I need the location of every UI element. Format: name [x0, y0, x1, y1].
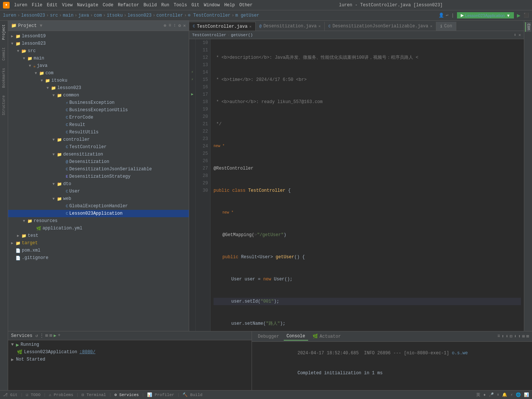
- tree-businessexception[interactable]: ⚡ BusinessException: [8, 99, 189, 106]
- tree-result[interactable]: C Result: [8, 121, 189, 129]
- bc-testcontroller[interactable]: ⊙ TestController: [188, 13, 231, 18]
- editor-close-icon[interactable]: ✕: [518, 33, 521, 37]
- sort-icon[interactable]: ↕: [173, 23, 176, 28]
- tree-resultutils[interactable]: C ResultUtils: [8, 129, 189, 136]
- tree-desjsonserial[interactable]: C DesensitizationJsonSerializable: [8, 166, 189, 173]
- close-testcontroller-tab[interactable]: ✕: [249, 24, 252, 29]
- bc-com[interactable]: com: [94, 13, 102, 18]
- bc-src[interactable]: src: [50, 13, 58, 18]
- tree-src[interactable]: ▼ 📂 src: [8, 47, 189, 55]
- menu-window[interactable]: Window: [204, 3, 220, 8]
- menu-help[interactable]: Help: [224, 3, 235, 8]
- tree-user[interactable]: C User: [8, 188, 189, 195]
- tree-errorcode[interactable]: C ErrorCode: [8, 114, 189, 121]
- tree-com[interactable]: ▼ 📁 com: [8, 69, 189, 77]
- tree-java[interactable]: ▼ ☕ java: [8, 62, 189, 69]
- tree-gitignore[interactable]: 📄 .gitignore: [8, 254, 189, 262]
- svc-app-port[interactable]: :8080/: [79, 349, 95, 355]
- sidebar-item-project[interactable]: Project: [1, 22, 7, 42]
- status-profiler[interactable]: 📊 Profiler: [147, 392, 174, 397]
- console-icon6[interactable]: ⬆: [518, 334, 521, 339]
- tree-businessexceptionutils[interactable]: C BusinessExceptionUtils: [8, 106, 189, 114]
- console-icon4[interactable]: ⊡: [510, 334, 512, 339]
- bc-getuser[interactable]: m getUser: [235, 13, 259, 18]
- console-icon8[interactable]: ⊠: [526, 334, 529, 339]
- status-lang[interactable]: 英: [476, 392, 480, 398]
- svc-notstarted-group[interactable]: ▶ Not Started: [8, 356, 252, 363]
- status-globe[interactable]: 🌐: [516, 392, 521, 397]
- menu-luren[interactable]: luren: [14, 3, 27, 8]
- svc-add-icon[interactable]: +: [58, 333, 61, 338]
- tree-main[interactable]: ▼ 📁 main: [8, 55, 189, 62]
- right-sidebar-con-tab[interactable]: Con: [525, 22, 531, 32]
- menu-tools[interactable]: Tools: [174, 3, 187, 8]
- tree-globalexception[interactable]: C GlobalExceptionHandler: [8, 202, 189, 210]
- tree-appyml[interactable]: 🌿 application.yml: [8, 225, 189, 232]
- menu-bar[interactable]: luren File Edit View Navigate Code Refac…: [14, 3, 253, 8]
- console-icon1[interactable]: ≡: [497, 334, 500, 339]
- status-git[interactable]: ⎇ Git: [3, 392, 17, 397]
- status-terminal[interactable]: ⊡ Terminal: [82, 392, 106, 397]
- run-button[interactable]: ▶: [517, 12, 521, 19]
- sidebar-item-bookmarks[interactable]: Bookmarks: [1, 66, 7, 90]
- svc-lesson023app[interactable]: 🌿 Lesson023Application :8080/: [8, 348, 252, 356]
- tree-desstrategy[interactable]: E DesensitizationStrategy: [8, 173, 189, 180]
- tree-common[interactable]: ▼ 📁 common: [8, 92, 189, 99]
- menu-run[interactable]: Run: [161, 3, 170, 8]
- gutter-bolt-14[interactable]: ⚡: [189, 69, 195, 76]
- status-chart[interactable]: 📊: [524, 392, 529, 397]
- gutter-run-17[interactable]: ▶: [189, 91, 195, 98]
- ebc-testcontroller[interactable]: TestController: [192, 33, 226, 37]
- close-desensitization-tab[interactable]: ✕: [318, 24, 321, 28]
- status-todo[interactable]: ☑ TODO: [26, 392, 41, 397]
- tab-con[interactable]: i Con: [436, 22, 456, 31]
- status-icon1[interactable]: ♦: [483, 393, 486, 397]
- tree-lesson019[interactable]: ▶ 📁 lesson019: [8, 33, 189, 40]
- tree-lesson023pkg[interactable]: ▼ 📁 lesson023: [8, 84, 189, 92]
- more-button[interactable]: ⬛: [524, 13, 529, 18]
- settings-icon[interactable]: ⚙: [178, 23, 181, 28]
- bc-controller[interactable]: controller: [156, 13, 183, 18]
- bc-main[interactable]: main: [63, 13, 74, 18]
- tree-web[interactable]: ▼ 📁 web: [8, 195, 189, 202]
- console-tab-debugger[interactable]: Debugger: [255, 332, 282, 341]
- svc-filter-icon[interactable]: ⋮: [40, 333, 44, 338]
- tree-lesson023[interactable]: ▼ 📁 lesson023: [8, 40, 189, 47]
- sidebar-item-commit[interactable]: Commit: [1, 45, 7, 63]
- sidebar-item-structure[interactable]: Structure: [1, 93, 7, 117]
- tree-test[interactable]: ▶ 📁 test: [8, 232, 189, 239]
- code-content[interactable]: * <b>description</b>: Java高并发、微服务、性能优化实战…: [211, 39, 524, 331]
- svc-filter2-icon[interactable]: ⊠: [50, 333, 52, 338]
- tree-itsoku[interactable]: ▼ 📁 itsoku: [8, 77, 189, 84]
- menu-file[interactable]: File: [32, 3, 42, 8]
- menu-other[interactable]: Other: [239, 3, 253, 8]
- status-build[interactable]: 🔨 Build: [183, 392, 202, 397]
- menu-code[interactable]: Code: [103, 3, 113, 8]
- status-mic[interactable]: 🎤: [489, 392, 494, 397]
- console-tab-actuator[interactable]: 🌿 Actuator: [310, 332, 344, 341]
- svc-refresh-icon[interactable]: ↺: [35, 333, 38, 338]
- console-icon3[interactable]: ⬇: [506, 334, 508, 339]
- ebc-getuser[interactable]: getUser(): [231, 33, 253, 37]
- status-dl[interactable]: ⬇: [497, 392, 499, 397]
- svc-group-icon[interactable]: ⊞: [45, 333, 48, 338]
- run-config-button[interactable]: ▶ Lesson023Application ▼: [457, 12, 514, 18]
- tree-desensitization-folder[interactable]: ▼ 📁 desensitization: [8, 151, 189, 158]
- bc-java[interactable]: java: [78, 13, 89, 18]
- collapse-icon[interactable]: ≡: [168, 23, 171, 28]
- status-bell[interactable]: 🔔: [502, 392, 507, 397]
- bc-lesson023[interactable]: lesson023: [21, 13, 45, 18]
- tree-desensitization[interactable]: @ Desensitization: [8, 158, 189, 166]
- status-services[interactable]: ⚙ Services: [115, 392, 139, 397]
- bc-itsoku[interactable]: itsoku: [107, 13, 123, 18]
- menu-refactor[interactable]: Refactor: [118, 3, 139, 8]
- tab-desensitization[interactable]: @ Desensitization.java ✕: [256, 22, 325, 31]
- console-icon5[interactable]: ⬇: [514, 334, 516, 339]
- locate-icon[interactable]: ⊕: [164, 23, 166, 28]
- svc-run-icon[interactable]: ▶: [54, 333, 56, 338]
- tree-dto[interactable]: ▼ 📁 dto: [8, 180, 189, 188]
- menu-view[interactable]: View: [62, 3, 73, 8]
- console-icon7[interactable]: ⊞: [522, 334, 525, 339]
- svc-running-group[interactable]: ▼ ▶ Running: [8, 341, 252, 348]
- editor-action1[interactable]: ⬇: [514, 33, 516, 37]
